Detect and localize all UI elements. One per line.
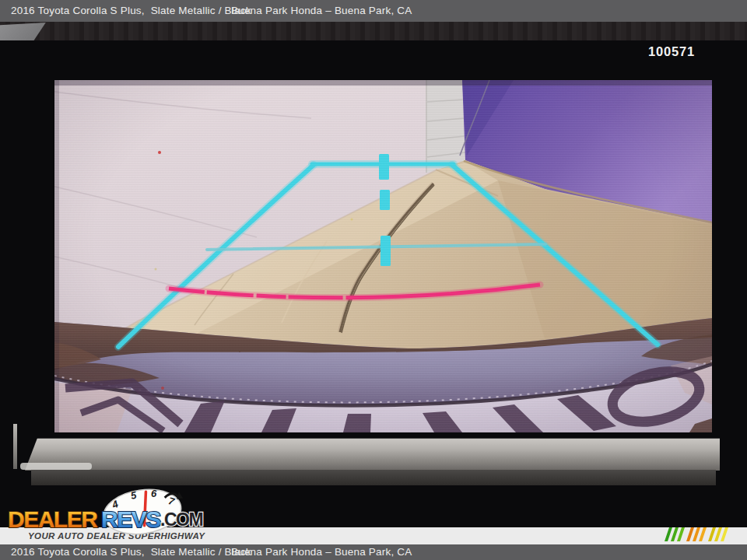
hatch-marks-logo xyxy=(663,525,731,543)
bottom-caption-bar: 2016 Toyota Corolla S Plus, Slate Metall… xyxy=(0,544,747,560)
vehicle-title: 2016 Toyota Corolla S Plus, Slate Metall… xyxy=(11,544,251,560)
bezel-lower-lip xyxy=(25,438,720,471)
bezel-lower-shade xyxy=(31,470,716,485)
screen-top-vignette xyxy=(54,80,712,86)
top-caption-bar: 2016 Toyota Corolla S Plus, Slate Metall… xyxy=(0,0,747,22)
logo-word-com: .com xyxy=(160,509,202,530)
vehicle-title: 2016 Toyota Corolla S Plus, Slate Metall… xyxy=(11,0,251,22)
hatch-green-group xyxy=(665,527,685,541)
white-wall xyxy=(426,80,465,173)
dashboard-trim xyxy=(0,22,747,40)
dealer-name: Buena Park Honda – Buena Park, CA xyxy=(231,544,412,560)
dash-left-trim xyxy=(13,424,17,469)
hatch-orange-group xyxy=(686,527,707,541)
photo-frame: 2016 Toyota Corolla S Plus, Slate Metall… xyxy=(0,0,747,560)
bezel-lip-highlight xyxy=(20,463,92,470)
screen-left-vignette xyxy=(54,80,59,432)
stock-number: 100571 xyxy=(648,44,695,59)
gauge-number: 6 xyxy=(151,488,157,499)
logo-word-revs: Revs xyxy=(101,506,160,532)
hatch-yellow-group xyxy=(708,527,728,541)
logo-word-dealer: Dealer xyxy=(8,506,98,532)
backup-camera-screen xyxy=(54,80,712,432)
dealerrevs-logo: 4 5 6 7 Dealer Revs .com xyxy=(6,487,216,543)
dealer-name: Buena Park Honda – Buena Park, CA xyxy=(231,0,412,22)
